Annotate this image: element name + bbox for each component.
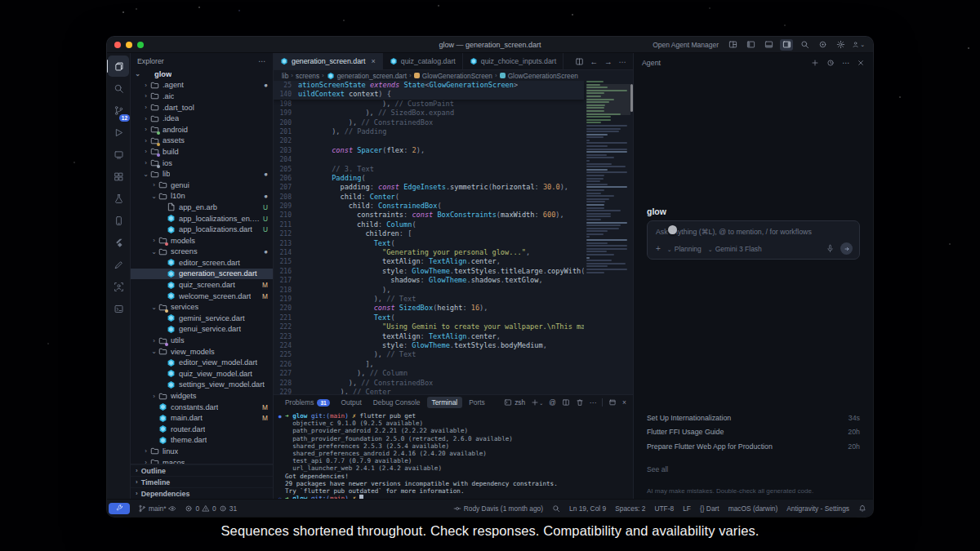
tree-item-app-en-arb[interactable]: app_en.arbU <box>131 202 273 213</box>
status-notifications[interactable] <box>858 504 866 513</box>
remote-indicator[interactable] <box>109 503 130 514</box>
activity-extensions-icon[interactable] <box>108 166 129 187</box>
tree-item--idea[interactable]: ›.idea <box>131 113 273 124</box>
shell-indicator[interactable]: zsh <box>504 398 525 407</box>
explorer-more-actions-button[interactable]: ⋯ <box>258 57 266 65</box>
sidebar-section-dependencies[interactable]: ›Dependencies <box>131 487 273 499</box>
minimap-slider[interactable] <box>586 84 630 115</box>
new-conversation-icon[interactable] <box>811 59 819 67</box>
tree-item-android[interactable]: ›android <box>131 124 273 136</box>
diagnostics-indicator[interactable]: 0031 <box>185 504 237 513</box>
activity-device-preview-icon[interactable] <box>108 210 129 231</box>
tree-item-models[interactable]: ›models <box>131 235 273 247</box>
tree-item-view-models[interactable]: ⌄view_models <box>131 346 273 358</box>
history-icon[interactable] <box>826 59 835 67</box>
editor-tab-quiz_catalog-dart[interactable]: quiz_catalog.dart <box>383 53 463 69</box>
tree-item-build[interactable]: ›build <box>131 146 273 158</box>
activity-search-icon[interactable] <box>108 78 129 99</box>
tree-item-glow[interactable]: ⌄glow <box>131 69 273 80</box>
agent-task-item[interactable]: Flutter FFI Usage Guide20h <box>647 425 860 440</box>
activity-explorer-icon[interactable] <box>108 56 129 77</box>
tree-item-utils[interactable]: ›utils <box>131 335 273 346</box>
editor-more-actions-icon[interactable]: ⋯ <box>619 57 627 66</box>
close-tab-icon[interactable]: × <box>371 57 375 65</box>
toggle-secondary-sidebar-icon[interactable] <box>780 39 793 51</box>
mic-icon[interactable] <box>826 244 835 253</box>
agent-task-item[interactable]: Prepare Flutter Web App for Production20… <box>647 439 860 454</box>
tree-item-genui[interactable]: ›genui <box>131 180 273 191</box>
editor-scrollbar[interactable] <box>630 84 633 112</box>
activity-agent-terminal-icon[interactable] <box>108 298 129 319</box>
tree-item--dart-tool[interactable]: ›.dart_tool <box>131 102 273 113</box>
tree-item-app-localizations-en-dart[interactable]: app_localizations_en.dartU <box>131 213 273 224</box>
tree-item-l10n[interactable]: ⌄l10n● <box>131 191 273 202</box>
tree-item--aic[interactable]: ›.aic <box>131 91 273 102</box>
agent-mode-dropdown[interactable]: ⌄Planning <box>667 245 702 253</box>
panel-tab-terminal[interactable]: Terminal <box>427 397 463 408</box>
send-button[interactable] <box>840 242 853 255</box>
agent-attach-button[interactable]: + <box>656 244 661 253</box>
agent-more-icon[interactable]: ⋯ <box>842 59 849 67</box>
terminal[interactable]: ●➜ glow git:(main) ✗ flutter pub get obj… <box>274 410 633 499</box>
agent-task-item[interactable]: Set Up Internationalization34s <box>647 411 860 425</box>
search-icon[interactable] <box>798 39 811 51</box>
activity-remote-explorer-icon[interactable] <box>108 144 129 165</box>
activity-agent-review-icon[interactable] <box>108 276 129 297</box>
panel-tab-debug-console[interactable]: Debug Console <box>368 397 425 408</box>
panel-tab-ports[interactable]: Ports <box>464 397 490 408</box>
tree-item-linux[interactable]: ›linux <box>131 446 273 457</box>
close-window-button[interactable] <box>114 42 121 48</box>
breadcrumb-item[interactable]: screens <box>296 72 319 80</box>
tree-item-gemini-service-dart[interactable]: gemini_service.dart <box>131 313 273 324</box>
zoom-window-button[interactable] <box>137 42 144 48</box>
settings-gear-icon[interactable] <box>834 39 847 51</box>
tree-item-ios[interactable]: ›ios <box>131 158 273 169</box>
tree-item-genui-service-dart[interactable]: genui_service.dart <box>131 324 273 335</box>
status-eol[interactable]: LF <box>683 504 691 513</box>
breadcrumb-item[interactable]: GlowGenerationScreen <box>414 72 492 80</box>
breadcrumb-item[interactable]: GlowGenerationScreen <box>500 72 578 80</box>
status-cursor-position[interactable]: Ln 19, Col 9 <box>569 504 606 513</box>
see-all-link[interactable]: See all <box>647 465 668 473</box>
panel-tab-problems[interactable]: Problems31 <box>280 397 335 408</box>
split-terminal-icon[interactable] <box>562 398 570 407</box>
tree-item-quiz-screen-dart[interactable]: quiz_screen.dartM <box>131 279 273 291</box>
at-mention-icon[interactable]: @ <box>549 398 556 407</box>
agent-input[interactable]: Ask anything (⌘L), @ to mention, / for w… <box>647 220 860 260</box>
tree-item-settings-view-model-dart[interactable]: settings_view_model.dart <box>131 380 273 391</box>
maximize-panel-icon[interactable] <box>608 398 617 407</box>
tree-item-assets[interactable]: ›assets <box>131 136 273 147</box>
activity-flutter-icon[interactable] <box>108 232 129 253</box>
editor-tab-quiz_choice_inputs-dart[interactable]: quiz_choice_inputs.dart <box>463 53 564 69</box>
close-panel-icon[interactable]: × <box>622 398 626 407</box>
navigate-back-icon[interactable]: ← <box>590 57 599 66</box>
toggle-panel-icon[interactable] <box>762 39 775 51</box>
panel-tab-output[interactable]: Output <box>336 397 367 408</box>
activity-testing-icon[interactable] <box>108 188 129 209</box>
tree-item-macos[interactable]: ›macos <box>131 457 273 464</box>
tree-item-widgets[interactable]: ›widgets <box>131 390 273 402</box>
breadcrumb-item[interactable]: generation_screen.dart <box>327 72 407 80</box>
kill-terminal-icon[interactable] <box>576 398 584 407</box>
tree-item-quiz-view-model-dart[interactable]: quiz_view_model.dart <box>131 368 273 380</box>
status-git-blame[interactable]: Rody Davis (1 month ago) <box>453 504 543 513</box>
tree-item--agent[interactable]: ›.agent● <box>131 80 273 91</box>
split-editor-icon[interactable] <box>575 57 584 66</box>
tree-item-theme-dart[interactable]: theme.dart <box>131 435 273 447</box>
minimap[interactable] <box>586 81 630 394</box>
status-antigravity-settings[interactable]: Antigravity - Settings <box>786 504 849 513</box>
status-platform[interactable]: macOS (darwin) <box>728 504 778 513</box>
tree-item-lib[interactable]: ⌄lib● <box>131 168 273 180</box>
tree-item-app-localizations-dart[interactable]: app_localizations.dartU <box>131 224 273 235</box>
status-zoom-indicator[interactable] <box>552 504 560 513</box>
toggle-primary-sidebar-icon[interactable] <box>744 39 757 51</box>
account-icon[interactable]: ⌄ <box>852 39 865 51</box>
git-branch-indicator[interactable]: main* <box>138 504 176 513</box>
tree-item-editor-screen-dart[interactable]: editor_screen.dart <box>131 257 273 269</box>
tree-item-router-dart[interactable]: router.dart <box>131 424 273 435</box>
target-icon[interactable] <box>816 39 829 51</box>
customize-layout-icon[interactable] <box>726 39 739 51</box>
agent-model-dropdown[interactable]: ⌄Gemini 3 Flash <box>708 245 762 253</box>
activity-source-control-icon[interactable]: 12 <box>108 100 129 121</box>
new-terminal-icon[interactable]: ⌄ <box>531 398 543 407</box>
